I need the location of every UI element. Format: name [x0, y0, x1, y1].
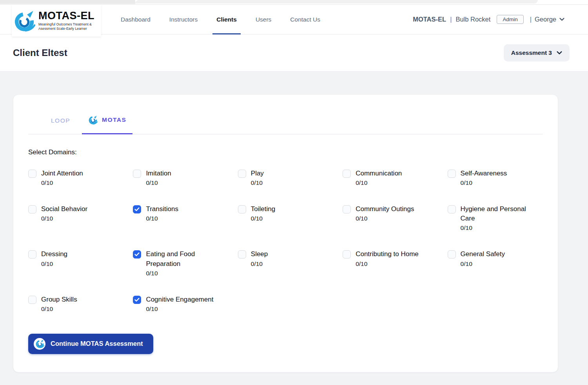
check-icon	[134, 207, 140, 211]
domain-checkbox-communication[interactable]	[343, 170, 351, 178]
domain-label-eating-and-food-preparation: Eating and Food Preparation	[146, 249, 220, 268]
domain-label-cognitive-engagement: Cognitive Engagement	[146, 295, 213, 304]
domain-item-community-outings: Community Outings 0/10	[343, 204, 438, 231]
domain-checkbox-group-skills[interactable]	[28, 296, 36, 304]
domain-label-general-safety: General Safety	[461, 249, 505, 259]
domain-checkbox-dressing[interactable]	[28, 250, 36, 258]
domain-label-self-awareness: Self-Awareness	[461, 169, 507, 178]
domain-label-community-outings: Community Outings	[356, 204, 414, 214]
domain-label-social-behavior: Social Behavior	[41, 204, 87, 214]
domain-item-group-skills: Group Skills 0/10	[28, 295, 123, 313]
tab-motas[interactable]: MOTAS	[82, 113, 132, 134]
domain-label-toileting: Toileting	[251, 204, 275, 214]
nav-link-instructors[interactable]: Instructors	[169, 5, 198, 34]
domain-score-cognitive-engagement: 0/10	[146, 305, 213, 313]
domain-item-cognitive-engagement: Cognitive Engagement 0/10	[133, 295, 228, 313]
domain-score-communication: 0/10	[356, 179, 402, 186]
domain-item-general-safety: General Safety 0/10	[448, 249, 543, 277]
domain-checkbox-contributing-to-home[interactable]	[343, 250, 351, 258]
domain-label-sleep: Sleep	[251, 249, 268, 259]
domain-checkbox-self-awareness[interactable]	[448, 170, 456, 178]
domain-score-play: 0/10	[251, 179, 264, 186]
assessment-selector-label: Assessment 3	[511, 49, 552, 56]
domain-label-group-skills: Group Skills	[41, 295, 77, 304]
domain-score-general-safety: 0/10	[461, 260, 505, 268]
browser-strip-mid	[135, 0, 538, 4]
domain-item-hygiene-and-personal-care: Hygiene and Personal Care 0/10	[448, 204, 543, 231]
check-icon	[134, 298, 140, 302]
account-org: MOTAS-EL	[413, 16, 446, 23]
domain-item-social-behavior: Social Behavior 0/10	[28, 204, 123, 231]
domain-label-hygiene-and-personal-care: Hygiene and Personal Care	[461, 204, 535, 223]
domain-score-group-skills: 0/10	[41, 305, 77, 313]
domain-label-dressing: Dressing	[41, 249, 67, 259]
user-name: George	[535, 16, 556, 23]
domain-label-joint-attention: Joint Attention	[41, 169, 83, 178]
browser-strip-left	[0, 0, 135, 4]
domain-item-contributing-to-home: Contributing to Home 0/10	[343, 249, 438, 277]
assessment-selector[interactable]: Assessment 3	[504, 44, 570, 61]
user-menu[interactable]: | George	[530, 16, 564, 23]
domain-label-play: Play	[251, 169, 264, 178]
domain-item-imitation: Imitation 0/10	[133, 169, 228, 186]
brand-logo[interactable]: MOTAS-EL Meaningful Outcomes Treatment &…	[12, 5, 101, 36]
domain-item-transitions: Transitions 0/10	[133, 204, 228, 231]
domain-checkbox-transitions[interactable]	[133, 205, 141, 213]
domain-item-self-awareness: Self-Awareness 0/10	[448, 169, 543, 186]
domain-checkbox-toileting[interactable]	[238, 205, 246, 213]
chevron-down-icon	[559, 18, 564, 21]
domain-label-communication: Communication	[356, 169, 402, 178]
continue-motas-assessment-button[interactable]: Continue MOTAS Assessment	[28, 334, 153, 354]
nav-link-clients[interactable]: Clients	[216, 5, 237, 34]
page-header: Client Eltest Assessment 3	[0, 34, 588, 72]
domain-checkbox-imitation[interactable]	[133, 170, 141, 178]
domain-item-eating-and-food-preparation: Eating and Food Preparation 0/10	[133, 249, 228, 277]
motas-logo-icon	[88, 115, 98, 125]
check-icon	[134, 252, 140, 257]
nav-link-dashboard[interactable]: Dashboard	[121, 5, 151, 34]
nav-link-users[interactable]: Users	[256, 5, 271, 34]
domain-checkbox-social-behavior[interactable]	[28, 205, 36, 213]
domain-checkbox-cognitive-engagement[interactable]	[133, 296, 141, 304]
domain-item-sleep: Sleep 0/10	[238, 249, 333, 277]
top-navbar: MOTAS-EL Meaningful Outcomes Treatment &…	[0, 5, 588, 34]
domain-checkbox-hygiene-and-personal-care[interactable]	[448, 205, 456, 213]
continue-button-label: Continue MOTAS Assessment	[51, 340, 143, 347]
domain-checkbox-eating-and-food-preparation[interactable]	[133, 250, 141, 258]
admin-role-badge[interactable]: Admin	[497, 15, 523, 24]
domain-score-community-outings: 0/10	[356, 215, 414, 222]
domain-score-sleep: 0/10	[251, 260, 268, 268]
domain-item-toileting: Toileting 0/10	[238, 204, 333, 231]
infinity-icon	[34, 117, 47, 124]
brand-title: MOTAS-EL	[38, 10, 94, 21]
nav-link-contact-us[interactable]: Contact Us	[290, 5, 320, 34]
domain-score-self-awareness: 0/10	[461, 179, 507, 186]
domain-score-dressing: 0/10	[41, 260, 67, 268]
tab-motas-label: MOTAS	[102, 116, 126, 123]
motas-logo-icon	[35, 339, 44, 348]
domain-checkbox-joint-attention[interactable]	[28, 170, 36, 178]
domain-score-hygiene-and-personal-care: 0/10	[461, 224, 535, 231]
domain-score-contributing-to-home: 0/10	[356, 260, 419, 268]
domain-item-communication: Communication 0/10	[343, 169, 438, 186]
assessment-card: LOOP MOTAS Select Domains: Joint Attenti…	[13, 94, 558, 372]
main-nav: DashboardInstructorsClientsUsersContact …	[121, 5, 320, 34]
domain-checkbox-sleep[interactable]	[238, 250, 246, 258]
select-domains-heading: Select Domains:	[28, 148, 543, 156]
brand-tagline: Meaningful Outcomes Treatment & Asessmen…	[38, 22, 94, 31]
domain-score-social-behavior: 0/10	[41, 215, 87, 222]
tab-loop[interactable]: LOOP	[28, 113, 76, 134]
domain-checkbox-community-outings[interactable]	[343, 205, 351, 213]
domain-label-transitions: Transitions	[146, 204, 178, 214]
domain-item-play: Play 0/10	[238, 169, 333, 186]
domain-grid: Joint Attention 0/10 Imitation 0/10 Play…	[28, 169, 543, 313]
domain-checkbox-play[interactable]	[238, 170, 246, 178]
account-separator: |	[450, 16, 452, 23]
assessment-tabs: LOOP MOTAS	[28, 113, 543, 134]
page-title: Client Eltest	[13, 47, 67, 58]
domain-item-joint-attention: Joint Attention 0/10	[28, 169, 123, 186]
domain-checkbox-general-safety[interactable]	[448, 250, 456, 258]
domain-label-contributing-to-home: Contributing to Home	[356, 249, 419, 259]
domain-score-joint-attention: 0/10	[41, 179, 83, 186]
brand-text: MOTAS-EL Meaningful Outcomes Treatment &…	[38, 10, 94, 31]
